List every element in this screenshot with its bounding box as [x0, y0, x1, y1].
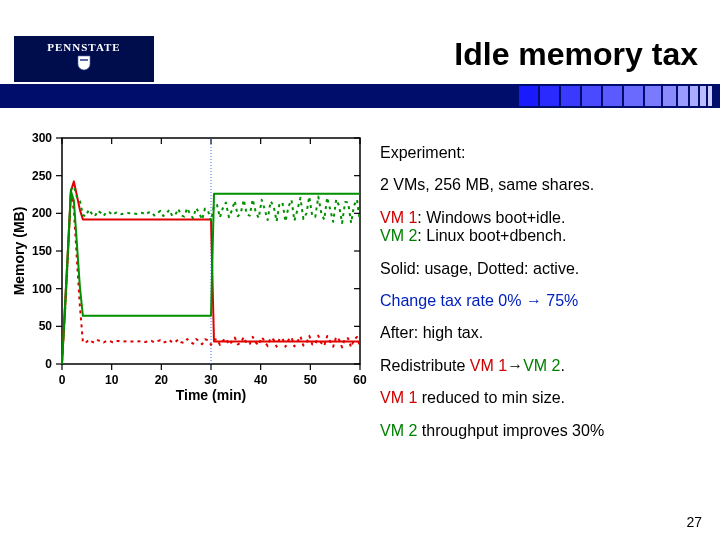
- svg-text:20: 20: [155, 373, 169, 387]
- svg-text:Time (min): Time (min): [176, 387, 247, 403]
- decor-square: [561, 86, 580, 106]
- slide-number: 27: [686, 514, 702, 530]
- decor-square: [708, 86, 712, 106]
- shield-icon: [77, 55, 91, 71]
- svg-text:60: 60: [353, 373, 367, 387]
- decor-square: [690, 86, 698, 106]
- memory-chart: 0102030405060050100150200250300Time (min…: [10, 126, 370, 406]
- svg-text:150: 150: [32, 244, 52, 258]
- svg-text:250: 250: [32, 169, 52, 183]
- arrow-icon: →: [507, 357, 523, 374]
- svg-text:30: 30: [204, 373, 218, 387]
- svg-text:Memory (MB): Memory (MB): [11, 207, 27, 296]
- decor-square: [624, 86, 643, 106]
- desc-line: VM 1: Windows boot+idle. VM 2: Linux boo…: [380, 209, 710, 246]
- decor-square: [603, 86, 622, 106]
- desc-line: Solid: usage, Dotted: active.: [380, 260, 710, 278]
- decor-squares: [517, 86, 712, 106]
- decor-square: [700, 86, 706, 106]
- svg-text:100: 100: [32, 282, 52, 296]
- desc-line: Experiment:: [380, 144, 710, 162]
- svg-text:40: 40: [254, 373, 268, 387]
- svg-text:0: 0: [59, 373, 66, 387]
- svg-text:10: 10: [105, 373, 119, 387]
- decor-square: [582, 86, 601, 106]
- svg-text:50: 50: [304, 373, 318, 387]
- svg-rect-0: [80, 59, 88, 61]
- page-title: Idle memory tax: [454, 36, 698, 73]
- decor-square: [519, 86, 538, 106]
- desc-line: Redistribute VM 1→VM 2.: [380, 357, 710, 375]
- svg-text:200: 200: [32, 206, 52, 220]
- arrow-icon: →: [526, 292, 542, 309]
- desc-line: Change tax rate 0% → 75%: [380, 292, 710, 310]
- svg-text:300: 300: [32, 131, 52, 145]
- decor-square: [663, 86, 676, 106]
- description-panel: Experiment: 2 VMs, 256 MB, same shares. …: [380, 144, 710, 454]
- vm2-label: VM 2: [380, 227, 417, 244]
- decor-square: [645, 86, 661, 106]
- desc-line: 2 VMs, 256 MB, same shares.: [380, 176, 710, 194]
- slide: PENNSTATE Idle memory tax 01020304050600…: [0, 0, 720, 540]
- decor-square: [678, 86, 688, 106]
- pennstate-logo: PENNSTATE: [14, 36, 154, 82]
- desc-line: VM 1 reduced to min size.: [380, 389, 710, 407]
- logo-text: PENNSTATE: [47, 41, 120, 53]
- vm1-label: VM 1: [380, 209, 417, 226]
- svg-text:50: 50: [39, 319, 53, 333]
- svg-text:0: 0: [45, 357, 52, 371]
- desc-line: VM 2 throughput improves 30%: [380, 422, 710, 440]
- desc-line: After: high tax.: [380, 324, 710, 342]
- decor-square: [540, 86, 559, 106]
